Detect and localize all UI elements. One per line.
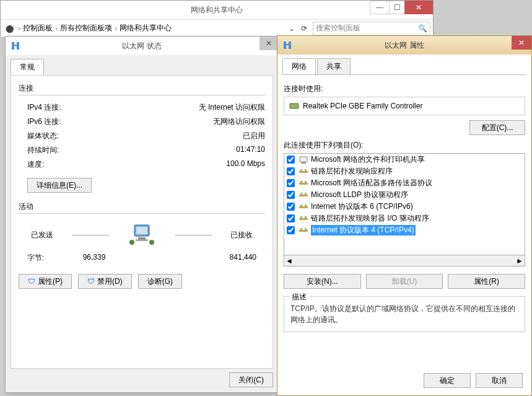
svg-rect-20 xyxy=(300,181,302,183)
item-label: 链路层拓扑发现映射器 I/O 驱动程序 xyxy=(311,213,429,224)
chevron-down-icon[interactable]: ⌄ xyxy=(286,24,298,33)
item-checkbox[interactable] xyxy=(287,156,295,164)
svg-rect-19 xyxy=(299,183,308,185)
maximize-button[interactable]: ☐ xyxy=(389,1,405,14)
item-checkbox[interactable] xyxy=(287,191,295,199)
details-button[interactable]: 详细信息(E)... xyxy=(27,178,92,193)
recv-label: 已接收 xyxy=(230,230,253,240)
svg-rect-25 xyxy=(299,206,308,208)
minimize-button[interactable]: — xyxy=(370,1,390,14)
svg-rect-5 xyxy=(138,237,146,239)
scroll-right-icon[interactable]: ► xyxy=(516,257,523,265)
tab-content: 连接 IPv4 连接:无 Internet 访问权限 IPv6 连接:无网络访问… xyxy=(11,75,273,369)
computer-network-icon xyxy=(127,222,157,247)
svg-rect-29 xyxy=(300,216,302,218)
svg-rect-21 xyxy=(305,181,307,183)
svg-rect-24 xyxy=(305,193,307,195)
sent-label: 已发送 xyxy=(31,230,53,240)
dialog-titlebar: 以太网 属性 ✕ xyxy=(277,36,531,55)
tab-general[interactable]: 常规 xyxy=(11,59,44,75)
cancel-button[interactable]: 取消 xyxy=(476,373,523,388)
diagnose-button[interactable]: 诊断(G) xyxy=(138,274,182,289)
item-checkbox[interactable] xyxy=(287,214,295,222)
item-checkbox[interactable] xyxy=(287,226,295,234)
ethernet-status-dialog: 以太网 状态 ✕ 常规 连接 IPv4 连接:无 Internet 访问权限 I… xyxy=(5,36,279,393)
install-button[interactable]: 安装(N)... xyxy=(284,274,361,289)
network-items-list[interactable]: Microsoft 网络的文件和打印机共享链路层拓扑发现响应程序Microsof… xyxy=(284,153,525,255)
svg-rect-23 xyxy=(300,193,302,195)
search-input[interactable]: 搜索控制面板 🔍 xyxy=(313,22,430,35)
uninstall-button: 卸载(U) xyxy=(366,274,443,289)
speed-value: 100.0 Mbps xyxy=(226,159,265,170)
network-center-window: 网络和共享中心 — ☐ ✕ ⬤ › 控制面板 › 所有控制面板项 › 网络和共享… xyxy=(0,0,434,36)
ipv4-label: IPv4 连接: xyxy=(27,102,61,113)
network-icon xyxy=(282,40,292,50)
svg-point-8 xyxy=(149,240,154,245)
items-label: 此连接使用下列项目(O): xyxy=(284,140,525,151)
dialog-title: 以太网 属性 xyxy=(385,40,424,51)
item-label: Internet 协议版本 6 (TCP/IPv6) xyxy=(311,201,413,212)
media-value: 已启用 xyxy=(243,131,265,141)
protocol-icon xyxy=(299,214,308,223)
breadcrumb-item[interactable]: 所有控制面板项 xyxy=(60,23,112,33)
svg-rect-33 xyxy=(305,228,307,230)
tab-strip: 常规 xyxy=(6,55,278,75)
svg-rect-14 xyxy=(300,157,307,162)
history-icon[interactable]: ⬤ xyxy=(3,24,15,33)
dialog-titlebar: 以太网 状态 ✕ xyxy=(6,37,278,55)
close-button[interactable]: ✕ xyxy=(259,37,278,50)
tab-sharing[interactable]: 共享 xyxy=(317,58,351,74)
svg-rect-22 xyxy=(299,195,308,196)
list-item[interactable]: Microsoft 网络适配器多路传送器协议 xyxy=(284,177,525,189)
connect-using-label: 连接时使用: xyxy=(284,84,525,94)
item-label: 链路层拓扑发现响应程序 xyxy=(311,166,393,177)
dialog-title: 以太网 状态 xyxy=(122,41,161,51)
close-dialog-button[interactable]: 关闭(C) xyxy=(229,372,273,387)
svg-rect-27 xyxy=(305,205,307,206)
media-label: 媒体状态: xyxy=(27,131,59,141)
item-checkbox[interactable] xyxy=(287,179,295,187)
speed-label: 速度: xyxy=(27,159,44,170)
item-label: Internet 协议版本 4 (TCP/IPv4) xyxy=(311,225,416,235)
close-button[interactable]: ✕ xyxy=(404,1,433,14)
item-checkbox[interactable] xyxy=(287,167,295,175)
description-group: 描述 TCP/IP。该协议是默认的广域网络协议，它提供在不同的相互连接的网络上的… xyxy=(284,296,525,332)
scroll-left-icon[interactable]: ◄ xyxy=(286,257,293,265)
list-item[interactable]: Microsoft 网络的文件和打印机共享 xyxy=(284,154,525,165)
list-item[interactable]: Internet 协议版本 6 (TCP/IPv6) xyxy=(284,201,525,213)
disable-button[interactable]: 🛡禁用(D) xyxy=(78,274,132,289)
list-item[interactable]: Internet 协议版本 4 (TCP/IPv4) xyxy=(284,224,525,236)
tab-network[interactable]: 网络 xyxy=(282,58,316,74)
protocol-icon xyxy=(299,203,308,211)
close-button[interactable]: ✕ xyxy=(512,36,531,50)
protocol-icon xyxy=(299,226,308,235)
svg-rect-18 xyxy=(305,169,307,171)
breadcrumb-item[interactable]: 控制面板 xyxy=(23,23,53,33)
protocol-icon xyxy=(299,191,308,200)
shield-icon: 🛡 xyxy=(87,277,95,286)
search-icon: 🔍 xyxy=(418,24,427,33)
list-item[interactable]: 链路层拓扑发现响应程序 xyxy=(284,165,525,177)
item-properties-button[interactable]: 属性(R) xyxy=(448,274,525,289)
adapter-icon xyxy=(289,101,299,111)
ok-button[interactable]: 确定 xyxy=(424,373,471,388)
properties-button[interactable]: 🛡属性(P) xyxy=(19,274,72,289)
horizontal-scrollbar[interactable]: ◄ ► xyxy=(284,255,525,266)
breadcrumb-bar: ⬤ › 控制面板 › 所有控制面板项 › 网络和共享中心 ⌄ ⟳ 搜索控制面板 … xyxy=(1,19,433,37)
breadcrumb-item[interactable]: 网络和共享中心 xyxy=(120,23,172,33)
ipv4-value: 无 Internet 访问权限 xyxy=(199,102,265,113)
refresh-icon[interactable]: ⟳ xyxy=(298,24,310,33)
connection-group-label: 连接 xyxy=(19,83,265,95)
window-titlebar: 网络和共享中心 — ☐ ✕ xyxy=(1,1,433,19)
list-item[interactable]: 链路层拓扑发现映射器 I/O 驱动程序 xyxy=(284,213,525,224)
item-checkbox[interactable] xyxy=(287,203,295,211)
svg-rect-6 xyxy=(136,239,148,241)
bytes-sent-value: 96,339 xyxy=(44,253,144,263)
description-text: TCP/IP。该协议是默认的广域网络协议，它提供在不同的相互连接的网络上的通讯。 xyxy=(290,303,518,325)
adapter-name: Realtek PCIe GBE Family Controller xyxy=(303,102,422,110)
ipv6-value: 无网络访问权限 xyxy=(213,117,265,127)
list-item[interactable]: Microsoft LLDP 协议驱动程序 xyxy=(284,189,525,201)
configure-button[interactable]: 配置(C)... xyxy=(469,120,525,135)
svg-rect-4 xyxy=(136,227,147,234)
window-title: 网络和共享中心 xyxy=(191,5,243,15)
